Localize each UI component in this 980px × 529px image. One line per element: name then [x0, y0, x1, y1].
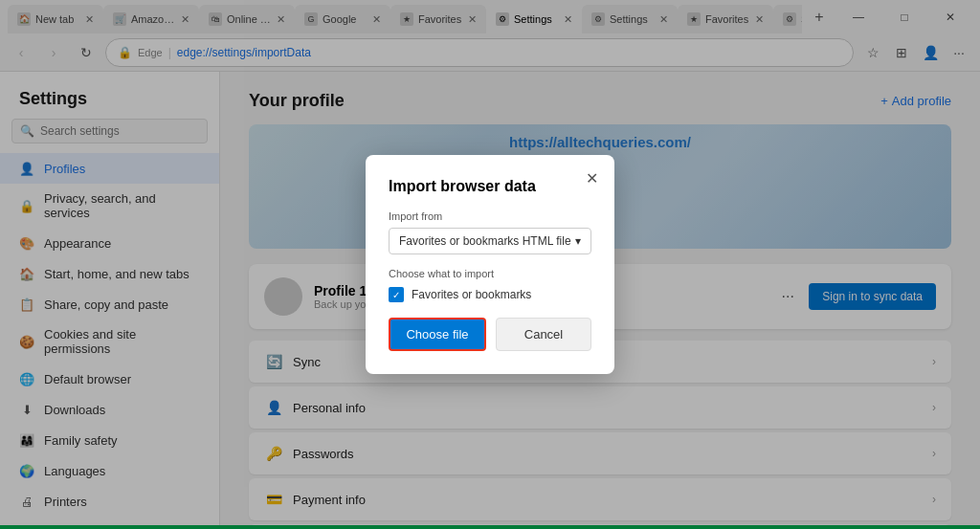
checkbox-row: ✓ Favorites or bookmarks: [389, 287, 591, 302]
choose-what-label: Choose what to import: [389, 268, 591, 279]
favorites-checkbox[interactable]: ✓: [389, 287, 404, 302]
modal-overlay: Import browser data ✕ Import from Favori…: [0, 0, 980, 529]
chevron-down-icon: ▾: [575, 234, 581, 248]
import-modal: Import browser data ✕ Import from Favori…: [366, 155, 614, 374]
modal-title: Import browser data: [389, 178, 591, 195]
checkbox-label: Favorites or bookmarks: [412, 288, 531, 301]
modal-buttons: Choose file Cancel: [389, 318, 591, 351]
checkmark-icon: ✓: [392, 290, 400, 300]
choose-file-button[interactable]: Choose file: [389, 318, 486, 351]
import-from-label: Import from: [389, 210, 591, 222]
import-from-select[interactable]: Favorites or bookmarks HTML file ▾: [389, 228, 591, 254]
modal-close-button[interactable]: ✕: [580, 166, 603, 189]
cancel-button[interactable]: Cancel: [496, 318, 591, 351]
import-from-value: Favorites or bookmarks HTML file: [399, 234, 571, 248]
